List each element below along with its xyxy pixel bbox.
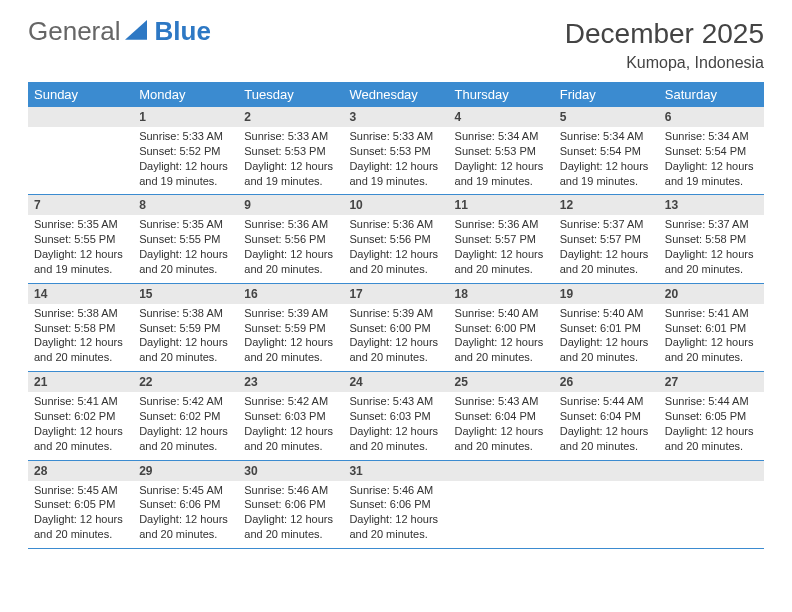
calendar-cell: 1Sunrise: 5:33 AMSunset: 5:52 PMDaylight… xyxy=(133,107,238,195)
weekday-header: Friday xyxy=(554,82,659,107)
sunset-line: Sunset: 5:52 PM xyxy=(139,144,232,159)
day-number: 1 xyxy=(133,107,238,127)
day-body: Sunrise: 5:37 AMSunset: 5:58 PMDaylight:… xyxy=(659,215,764,282)
day-number: 16 xyxy=(238,284,343,304)
sunrise-line: Sunrise: 5:38 AM xyxy=(139,306,232,321)
weekday-header: Saturday xyxy=(659,82,764,107)
sunset-line: Sunset: 6:03 PM xyxy=(349,409,442,424)
calendar-cell: 30Sunrise: 5:46 AMSunset: 6:06 PMDayligh… xyxy=(238,460,343,548)
daylight-line: Daylight: 12 hours xyxy=(665,247,758,262)
sunrise-line: Sunrise: 5:45 AM xyxy=(34,483,127,498)
daylight-line: Daylight: 12 hours xyxy=(244,424,337,439)
sunset-line: Sunset: 5:53 PM xyxy=(244,144,337,159)
day-body: Sunrise: 5:37 AMSunset: 5:57 PMDaylight:… xyxy=(554,215,659,282)
day-body: Sunrise: 5:35 AMSunset: 5:55 PMDaylight:… xyxy=(133,215,238,282)
sunset-line: Sunset: 5:58 PM xyxy=(34,321,127,336)
daylight-line: and 20 minutes. xyxy=(139,350,232,365)
sunset-line: Sunset: 6:06 PM xyxy=(244,497,337,512)
day-number: 2 xyxy=(238,107,343,127)
calendar-cell: 8Sunrise: 5:35 AMSunset: 5:55 PMDaylight… xyxy=(133,195,238,283)
sunrise-line: Sunrise: 5:46 AM xyxy=(349,483,442,498)
sunrise-line: Sunrise: 5:44 AM xyxy=(665,394,758,409)
sunset-line: Sunset: 5:58 PM xyxy=(665,232,758,247)
daylight-line: Daylight: 12 hours xyxy=(34,247,127,262)
daylight-line: and 19 minutes. xyxy=(665,174,758,189)
day-body: Sunrise: 5:44 AMSunset: 6:05 PMDaylight:… xyxy=(659,392,764,459)
sunrise-line: Sunrise: 5:44 AM xyxy=(560,394,653,409)
sunrise-line: Sunrise: 5:36 AM xyxy=(349,217,442,232)
weekday-header: Thursday xyxy=(449,82,554,107)
daylight-line: Daylight: 12 hours xyxy=(139,512,232,527)
sunrise-line: Sunrise: 5:35 AM xyxy=(139,217,232,232)
day-number: 9 xyxy=(238,195,343,215)
daylight-line: and 20 minutes. xyxy=(455,439,548,454)
daylight-line: Daylight: 12 hours xyxy=(560,247,653,262)
sunset-line: Sunset: 6:00 PM xyxy=(349,321,442,336)
day-number: 24 xyxy=(343,372,448,392)
day-number: 7 xyxy=(28,195,133,215)
sunset-line: Sunset: 5:56 PM xyxy=(244,232,337,247)
day-number xyxy=(28,107,133,127)
sunset-line: Sunset: 6:01 PM xyxy=(665,321,758,336)
day-body: Sunrise: 5:36 AMSunset: 5:57 PMDaylight:… xyxy=(449,215,554,282)
day-body: Sunrise: 5:45 AMSunset: 6:06 PMDaylight:… xyxy=(133,481,238,548)
daylight-line: and 20 minutes. xyxy=(244,439,337,454)
sunset-line: Sunset: 5:59 PM xyxy=(139,321,232,336)
day-body: Sunrise: 5:46 AMSunset: 6:06 PMDaylight:… xyxy=(238,481,343,548)
day-number: 23 xyxy=(238,372,343,392)
daylight-line: and 19 minutes. xyxy=(139,174,232,189)
day-number: 20 xyxy=(659,284,764,304)
day-number: 21 xyxy=(28,372,133,392)
weekday-header: Sunday xyxy=(28,82,133,107)
daylight-line: and 19 minutes. xyxy=(349,174,442,189)
day-number: 14 xyxy=(28,284,133,304)
sunrise-line: Sunrise: 5:45 AM xyxy=(139,483,232,498)
day-number: 4 xyxy=(449,107,554,127)
logo-word1: General xyxy=(28,18,121,44)
sunset-line: Sunset: 6:06 PM xyxy=(139,497,232,512)
daylight-line: Daylight: 12 hours xyxy=(139,247,232,262)
daylight-line: and 20 minutes. xyxy=(665,439,758,454)
sunrise-line: Sunrise: 5:46 AM xyxy=(244,483,337,498)
daylight-line: Daylight: 12 hours xyxy=(455,159,548,174)
daylight-line: and 20 minutes. xyxy=(34,439,127,454)
weekday-header: Monday xyxy=(133,82,238,107)
day-body: Sunrise: 5:36 AMSunset: 5:56 PMDaylight:… xyxy=(343,215,448,282)
day-body xyxy=(659,481,764,489)
sunset-line: Sunset: 5:53 PM xyxy=(349,144,442,159)
daylight-line: Daylight: 12 hours xyxy=(455,247,548,262)
calendar-cell: 12Sunrise: 5:37 AMSunset: 5:57 PMDayligh… xyxy=(554,195,659,283)
daylight-line: Daylight: 12 hours xyxy=(665,159,758,174)
day-body: Sunrise: 5:39 AMSunset: 5:59 PMDaylight:… xyxy=(238,304,343,371)
calendar-cell: 6Sunrise: 5:34 AMSunset: 5:54 PMDaylight… xyxy=(659,107,764,195)
daylight-line: Daylight: 12 hours xyxy=(349,159,442,174)
sunrise-line: Sunrise: 5:41 AM xyxy=(665,306,758,321)
day-number: 8 xyxy=(133,195,238,215)
weekday-header: Wednesday xyxy=(343,82,448,107)
day-body: Sunrise: 5:33 AMSunset: 5:53 PMDaylight:… xyxy=(343,127,448,194)
sunrise-line: Sunrise: 5:37 AM xyxy=(665,217,758,232)
calendar-cell: 5Sunrise: 5:34 AMSunset: 5:54 PMDaylight… xyxy=(554,107,659,195)
daylight-line: and 20 minutes. xyxy=(665,262,758,277)
calendar-cell: 14Sunrise: 5:38 AMSunset: 5:58 PMDayligh… xyxy=(28,283,133,371)
day-body: Sunrise: 5:44 AMSunset: 6:04 PMDaylight:… xyxy=(554,392,659,459)
sunrise-line: Sunrise: 5:33 AM xyxy=(349,129,442,144)
day-body: Sunrise: 5:41 AMSunset: 6:02 PMDaylight:… xyxy=(28,392,133,459)
calendar-cell: 28Sunrise: 5:45 AMSunset: 6:05 PMDayligh… xyxy=(28,460,133,548)
day-body: Sunrise: 5:43 AMSunset: 6:04 PMDaylight:… xyxy=(449,392,554,459)
day-number: 30 xyxy=(238,461,343,481)
calendar-cell: 18Sunrise: 5:40 AMSunset: 6:00 PMDayligh… xyxy=(449,283,554,371)
day-number: 12 xyxy=(554,195,659,215)
day-number: 5 xyxy=(554,107,659,127)
daylight-line: Daylight: 12 hours xyxy=(34,512,127,527)
calendar-cell: 16Sunrise: 5:39 AMSunset: 5:59 PMDayligh… xyxy=(238,283,343,371)
svg-marker-0 xyxy=(125,20,147,40)
day-body xyxy=(28,127,133,135)
daylight-line: and 19 minutes. xyxy=(34,262,127,277)
calendar-cell: 11Sunrise: 5:36 AMSunset: 5:57 PMDayligh… xyxy=(449,195,554,283)
sunset-line: Sunset: 6:02 PM xyxy=(139,409,232,424)
day-body: Sunrise: 5:34 AMSunset: 5:53 PMDaylight:… xyxy=(449,127,554,194)
sunset-line: Sunset: 6:05 PM xyxy=(665,409,758,424)
sunrise-line: Sunrise: 5:34 AM xyxy=(455,129,548,144)
sunrise-line: Sunrise: 5:35 AM xyxy=(34,217,127,232)
